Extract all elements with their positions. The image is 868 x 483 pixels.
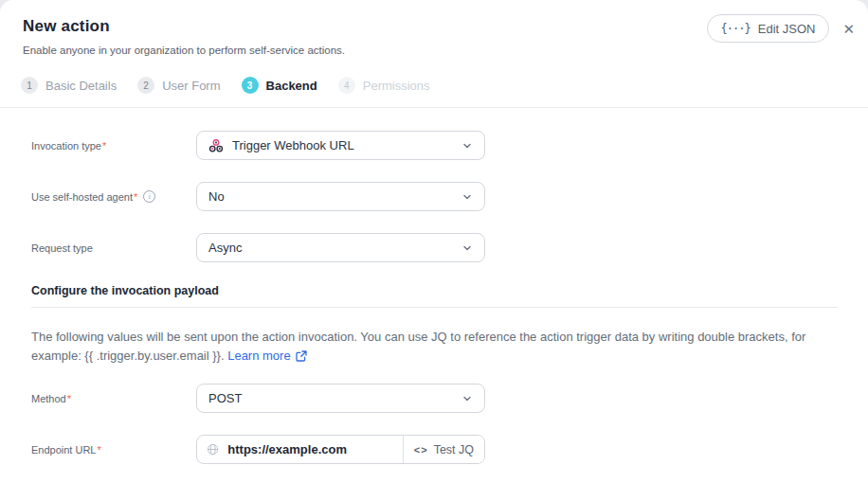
endpoint-url-row: Endpoint URL* <> Test JQ (31, 435, 838, 464)
invocation-type-label: Invocation type* (31, 140, 196, 152)
invocation-type-row: Invocation type* Trigger Webhook URL (31, 131, 838, 160)
external-link-icon (296, 350, 307, 362)
step-label: Basic Details (45, 79, 117, 93)
step-number-badge: 3 (242, 77, 259, 94)
edit-json-label: Edit JSON (758, 22, 816, 36)
code-brackets-icon: <> (414, 444, 428, 456)
payload-section-heading: Configure the invocation payload (31, 284, 838, 297)
self-hosted-agent-label: Use self-hosted agent* i (31, 190, 196, 203)
step-label: User Form (162, 79, 220, 93)
modal-body: Invocation type* Trigger Webhook URL (0, 108, 868, 464)
page-subtitle: Enable anyone in your organization to pe… (23, 45, 845, 56)
modal-header: New action Enable anyone in your organiz… (0, 0, 868, 107)
self-hosted-agent-row: Use self-hosted agent* i No (31, 182, 838, 211)
learn-more-link[interactable]: Learn more (227, 347, 306, 366)
step-basic-details[interactable]: 1 Basic Details (21, 77, 117, 94)
chevron-down-icon (461, 191, 473, 203)
stepper: 1 Basic Details 2 User Form 3 Backend 4 … (21, 77, 845, 107)
required-asterisk: * (67, 393, 71, 404)
close-icon[interactable]: ✕ (842, 22, 855, 36)
method-label: Method* (31, 393, 196, 404)
request-type-value: Async (208, 241, 461, 255)
invocation-type-value: Trigger Webhook URL (232, 138, 461, 152)
chevron-down-icon (461, 242, 473, 254)
request-type-row: Request type Async (31, 233, 838, 262)
method-row: Method* POST (31, 384, 838, 413)
test-jq-label: Test JQ (434, 443, 474, 456)
payload-section-description: The following values will be sent upon t… (31, 328, 838, 366)
endpoint-url-label: Endpoint URL* (31, 444, 196, 456)
header-actions: {···} Edit JSON ✕ (707, 14, 855, 43)
request-type-label: Request type (31, 242, 196, 254)
step-number-badge: 1 (21, 77, 38, 94)
request-type-select[interactable]: Async (196, 233, 485, 262)
endpoint-url-group: <> Test JQ (196, 435, 485, 464)
payload-section-divider (31, 307, 838, 308)
step-user-form[interactable]: 2 User Form (137, 77, 220, 94)
test-jq-button[interactable]: <> Test JQ (404, 436, 484, 463)
self-hosted-agent-value: No (208, 189, 461, 204)
edit-json-button[interactable]: {···} Edit JSON (707, 14, 830, 43)
chevron-down-icon (461, 140, 473, 152)
invocation-type-select[interactable]: Trigger Webhook URL (196, 131, 485, 160)
method-value: POST (208, 391, 461, 405)
step-number-badge: 2 (137, 77, 154, 94)
step-backend[interactable]: 3 Backend (242, 77, 317, 94)
chevron-down-icon (461, 393, 473, 404)
required-asterisk: * (134, 191, 137, 203)
globe-icon (207, 442, 219, 456)
webhook-icon (208, 138, 224, 153)
new-action-modal: New action Enable anyone in your organiz… (0, 0, 868, 483)
required-asterisk: * (98, 444, 101, 456)
step-permissions[interactable]: 4 Permissions (338, 77, 430, 94)
self-hosted-agent-select[interactable]: No (196, 182, 485, 211)
required-asterisk: * (102, 140, 106, 152)
endpoint-url-input[interactable] (227, 442, 392, 456)
step-label: Permissions (363, 79, 430, 93)
step-label: Backend (266, 79, 317, 93)
braces-icon: {···} (721, 22, 750, 35)
method-select[interactable]: POST (196, 384, 485, 413)
info-icon[interactable]: i (143, 190, 155, 203)
endpoint-url-input-wrap (197, 436, 404, 463)
step-number-badge: 4 (338, 77, 355, 94)
